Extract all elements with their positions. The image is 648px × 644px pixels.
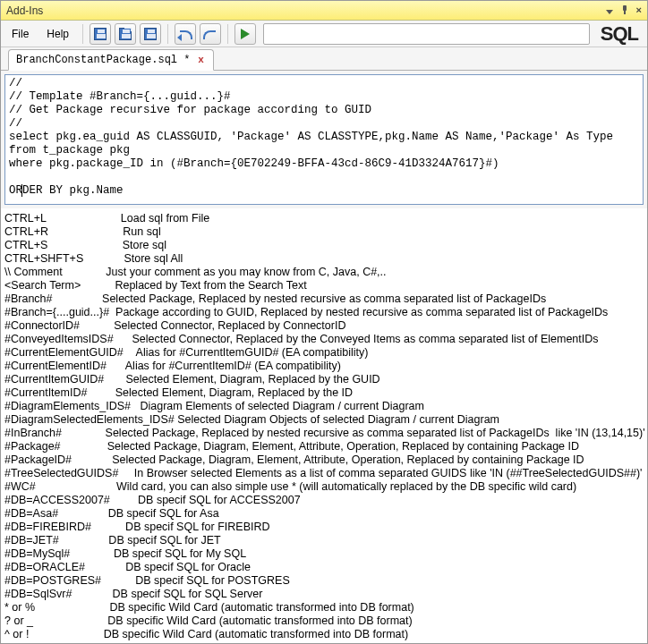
undo-button[interactable] — [175, 23, 196, 45]
save-as-button[interactable] — [140, 23, 161, 45]
sql-label: SQL — [601, 22, 638, 46]
help-key: CTRL+S — [4, 239, 104, 252]
help-panel: CTRL+L Load sql from FileCTRL+R Run sqlC… — [1, 208, 647, 643]
help-row: #InBranch# Selected Package, Replaced by… — [4, 427, 645, 440]
help-row: #PackageID# Selected Package, Diagram, E… — [4, 453, 645, 467]
help-key: \\ Comment — [4, 266, 106, 279]
redo-icon — [203, 29, 217, 39]
menu-help[interactable]: Help — [39, 24, 76, 44]
editor-line: // — [9, 117, 639, 131]
editor-line: ORDER BY pkg.Name — [9, 184, 639, 198]
editor-line: // Template #Branch={...guid...}# — [9, 90, 639, 104]
help-key: <Search Term> — [4, 279, 115, 292]
help-row: <Search Term> Replaced by Text from the … — [4, 279, 645, 292]
play-icon — [241, 29, 250, 39]
help-row: #DB=ORACLE# DB specif SQL for Oracle — [4, 561, 645, 574]
pin-icon[interactable] — [620, 5, 629, 16]
help-row: ? or _ DB specific Wild Card (automatic … — [4, 614, 645, 628]
floppy-icon — [94, 28, 107, 40]
help-row: #TreeSelectedGUIDS# In Browser selected … — [4, 467, 645, 480]
undo-icon — [178, 29, 192, 39]
help-key: #PackageID# — [4, 453, 112, 467]
help-value: Selected Package, Replaced by nested rec… — [102, 292, 546, 306]
window-title: Add-Ins — [6, 4, 43, 17]
floppy-icon — [144, 28, 157, 40]
editor-line: // Get Package recursive for package acc… — [9, 104, 639, 117]
help-key: #DB=SqlSvr# — [4, 588, 113, 601]
help-row: #CurrentItemGUID# Selected Element, Diag… — [4, 373, 645, 386]
title-bar: Add-Ins × — [1, 1, 647, 21]
help-key: #CurrentElementGUID# — [4, 346, 136, 360]
separator — [82, 24, 83, 44]
help-key: #DiagramSelectedElements_IDS# — [4, 413, 177, 427]
help-row: * or % DB specific Wild Card (automatic … — [4, 601, 645, 614]
help-value: In Browser selected Elements as a list o… — [134, 467, 643, 480]
help-key: #ConveyedItemsIDS# — [4, 333, 132, 346]
help-value: DB specif SQL for FIREBIRD — [125, 521, 269, 534]
search-input[interactable] — [263, 23, 590, 45]
help-key: #InBranch# — [4, 427, 106, 440]
help-value: Selected Connector, Replaced by Connecto… — [114, 319, 345, 333]
help-key: #DiagramElements_IDS# — [4, 400, 140, 413]
editor-container: //// Template #Branch={...guid...}#// Ge… — [1, 71, 647, 208]
help-value: DB specif SQL for ACCESS2007 — [138, 494, 301, 507]
redo-button[interactable] — [200, 23, 221, 45]
help-row: #ConveyedItemsIDS# Selected Connector, R… — [4, 333, 645, 346]
help-row: #DB=MySql# DB specif SQL for My SQL — [4, 547, 645, 561]
help-value: Selected Package, Replaced by nested rec… — [106, 427, 645, 440]
editor-line: // — [9, 77, 639, 90]
tab-active[interactable]: BranchConstantPackage.sql * x — [8, 49, 214, 71]
help-key: #DB=MySql# — [4, 547, 114, 561]
help-key: #CurrentElementID# — [4, 360, 125, 373]
help-value: DB specific Wild Card (automatic transfo… — [85, 628, 408, 641]
help-key: #DB=JET# — [4, 534, 108, 547]
floppy-multi-icon — [119, 28, 132, 40]
save-button[interactable] — [90, 23, 111, 45]
help-value: DB specif SQL for JET — [108, 534, 220, 547]
help-value: Selected Element, Diagram, Replaced by t… — [115, 386, 353, 400]
sql-editor[interactable]: //// Template #Branch={...guid...}#// Ge… — [4, 74, 644, 205]
tab-label: BranchConstantPackage.sql * — [16, 54, 190, 66]
editor-line: from t_package pkg — [9, 144, 639, 157]
help-value: Wild card, you can also simple use * (wi… — [98, 480, 576, 494]
help-value: DB specific Wild Card (automatic transfo… — [91, 601, 414, 614]
help-row: #Package# Selected Package, Diagram, Ele… — [4, 440, 645, 453]
help-value: DB specif SQL for POSTGRES — [135, 574, 290, 588]
help-row: #DiagramSelectedElements_IDS# Selected D… — [4, 413, 645, 427]
help-value: Selected Connector, Replaced by the Conv… — [132, 333, 598, 346]
help-row: #ConnectorID# Selected Connector, Replac… — [4, 319, 645, 333]
window-options-icon[interactable] — [606, 5, 613, 16]
editor-line: where pkg.package_ID in (#Branch={0E7022… — [9, 157, 639, 171]
close-icon[interactable]: × — [636, 5, 642, 15]
help-key: #CurrentItemGUID# — [4, 373, 125, 386]
help-value: Load sql from File — [102, 212, 209, 225]
help-value: Store sql All — [124, 252, 183, 266]
help-row: CTRL+S Store sql — [4, 239, 645, 252]
help-value: DB specif SQL for My SQL — [114, 547, 246, 561]
help-value: Selected Diagram Objects of selected Dia… — [177, 413, 499, 427]
help-key: CTRL+SHFT+S — [4, 252, 124, 266]
save-all-button[interactable] — [115, 23, 136, 45]
help-value: Selected Package, Diagram, Element, Attr… — [107, 440, 579, 453]
help-key: CTRL+L — [4, 212, 102, 225]
help-row: CTRL+R Run sql — [4, 225, 645, 239]
help-row: #Branch={....guid...}# Package according… — [4, 306, 645, 319]
help-row: #DB=ACCESS2007# DB specif SQL for ACCESS… — [4, 494, 645, 507]
help-key: #DB=ACCESS2007# — [4, 494, 138, 507]
tab-strip: BranchConstantPackage.sql * x — [1, 47, 647, 71]
help-key: #DB=ORACLE# — [4, 561, 125, 574]
help-key: #DB=POSTGRES# — [4, 574, 135, 588]
menu-file[interactable]: File — [4, 24, 36, 44]
help-value: Selected Package, Diagram, Element, Attr… — [112, 453, 584, 467]
help-value: Alias for #CurrentItemID# (EA compatibil… — [125, 360, 341, 373]
tab-close-icon[interactable]: x — [195, 55, 206, 65]
help-key: ? or _ — [4, 614, 89, 628]
help-key: CTRL+R — [4, 225, 104, 239]
run-button[interactable] — [234, 23, 256, 45]
help-key: #Package# — [4, 440, 107, 453]
help-key: #CurrentItemID# — [4, 386, 115, 400]
help-row: #DiagramElements_IDS# Diagram Elements o… — [4, 400, 645, 413]
help-value: DB specific Wild Card (automatic transfo… — [89, 614, 412, 628]
help-key: #DB=Asa# — [4, 507, 108, 521]
help-row: #DB=JET# DB specif SQL for JET — [4, 534, 645, 547]
